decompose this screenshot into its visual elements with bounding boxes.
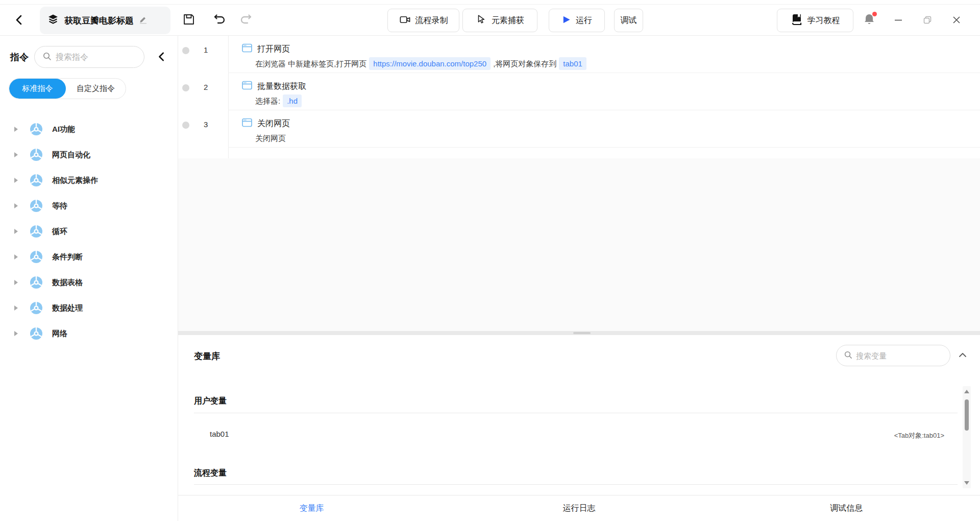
debug-label: 调试 (621, 15, 637, 26)
caret-right-icon[interactable] (14, 203, 18, 208)
caret-right-icon[interactable] (14, 305, 18, 311)
tab-variable-library[interactable]: 变量库 (178, 495, 446, 521)
tree-item-similar-elements[interactable]: 相似元素操作 (0, 168, 178, 193)
breakpoint-dot[interactable] (182, 122, 189, 129)
step-number: 2 (204, 83, 208, 91)
panel-collapse-button[interactable] (957, 349, 969, 362)
debug-button[interactable]: 调试 (614, 9, 643, 32)
chevron-up-icon (958, 350, 968, 362)
variable-search-input[interactable] (856, 351, 933, 360)
undo-button[interactable] (211, 11, 228, 28)
tab-debug-info[interactable]: 调试信息 (713, 495, 980, 521)
step-row-close-webpage[interactable]: 3 关闭网页 关闭网页 (178, 110, 980, 148)
breakpoint-dot[interactable] (182, 47, 189, 54)
category-icon (30, 327, 43, 340)
edit-pencil-icon[interactable] (139, 15, 148, 26)
caret-right-icon[interactable] (14, 254, 18, 259)
close-icon (952, 15, 961, 26)
category-icon (30, 250, 43, 264)
layers-icon (47, 13, 59, 28)
variables-scrollbar[interactable] (963, 386, 971, 488)
scrollbar-thumb[interactable] (965, 399, 969, 431)
tree-item-data-table[interactable]: 数据表格 (0, 270, 178, 295)
instruction-sidebar: 指令 标准指令 自定义指令 AI功能 网页自动 (0, 36, 178, 521)
flow-canvas: 1 打开网页 在浏览器 中新建标签页,打开网页https://movie.dou… (178, 36, 980, 521)
category-icon (30, 174, 43, 187)
caret-right-icon[interactable] (14, 229, 18, 234)
instruction-search-box[interactable] (34, 46, 144, 68)
flow-record-button[interactable]: 流程录制 (387, 9, 459, 32)
app-window: 获取豆瓣电影标题 流程录制 (0, 0, 980, 521)
step-row-open-webpage[interactable]: 1 打开网页 在浏览器 中新建标签页,打开网页https://movie.dou… (178, 36, 980, 73)
variable-chip[interactable]: tab01 (559, 57, 586, 70)
category-icon (30, 276, 43, 289)
url-chip[interactable]: https://movie.douban.com/top250 (369, 57, 491, 70)
tree-item-wait[interactable]: 等待 (0, 193, 178, 219)
element-capture-button[interactable]: 元素捕获 (462, 9, 537, 32)
tree-item-condition[interactable]: 条件判断 (0, 244, 178, 270)
play-icon (561, 15, 571, 27)
step-row-batch-data[interactable]: 2 批量数据获取 选择器:.hd (178, 73, 980, 110)
variable-search-box[interactable] (836, 345, 950, 366)
restore-icon (923, 15, 932, 26)
panel-splitter[interactable] (178, 331, 980, 335)
caret-right-icon[interactable] (14, 331, 18, 336)
tree-item-ai[interactable]: AI功能 (0, 116, 178, 142)
flow-title-pill[interactable]: 获取豆瓣电影标题 (40, 7, 170, 34)
category-icon (30, 225, 43, 238)
book-icon (791, 13, 803, 28)
tab-custom-instructions[interactable]: 自定义指令 (66, 79, 126, 99)
step-number: 3 (204, 120, 208, 129)
bottom-tab-bar: 变量库 运行日志 调试信息 (178, 495, 980, 521)
browser-window-icon (241, 117, 253, 130)
instruction-tree: AI功能 网页自动化 相似元素操作 等待 循环 (0, 116, 178, 346)
notification-bell-button[interactable] (861, 11, 878, 29)
scroll-up-icon[interactable] (964, 390, 969, 393)
section-divider (194, 484, 958, 485)
restore-button[interactable] (919, 12, 936, 29)
search-icon (42, 52, 52, 63)
topbar: 获取豆瓣电影标题 流程录制 (0, 0, 980, 36)
tree-item-data-processing[interactable]: 数据处理 (0, 295, 178, 321)
chevron-left-icon (14, 14, 25, 27)
variable-name[interactable]: tab01 (210, 430, 229, 438)
tab-run-log[interactable]: 运行日志 (446, 495, 713, 521)
variable-value: <Tab对象:tab01> (894, 431, 944, 440)
caret-right-icon[interactable] (14, 152, 18, 157)
caret-right-icon[interactable] (14, 280, 18, 285)
tutorial-button[interactable]: 学习教程 (777, 9, 853, 32)
minimize-button[interactable] (890, 12, 906, 29)
sidebar-collapse-button[interactable] (155, 51, 168, 64)
save-button[interactable] (180, 11, 198, 29)
category-icon (30, 123, 43, 136)
selector-chip[interactable]: .hd (283, 94, 302, 107)
run-label: 运行 (576, 15, 592, 26)
browser-window-icon (241, 80, 253, 93)
step-description: 关闭网页 (255, 132, 980, 145)
tab-standard-instructions[interactable]: 标准指令 (9, 79, 66, 99)
back-button[interactable] (11, 12, 28, 29)
undo-icon (212, 12, 227, 28)
redo-button[interactable] (237, 11, 255, 28)
step-title: 打开网页 (257, 44, 290, 55)
tree-item-loop[interactable]: 循环 (0, 219, 178, 244)
caret-right-icon[interactable] (14, 127, 18, 132)
scroll-down-icon[interactable] (964, 481, 969, 485)
step-title: 关闭网页 (257, 119, 290, 129)
caret-right-icon[interactable] (14, 178, 18, 183)
close-button[interactable] (948, 12, 965, 29)
category-icon (30, 301, 43, 315)
tree-item-network[interactable]: 网络 (0, 321, 178, 346)
tree-item-web-automation[interactable]: 网页自动化 (0, 142, 178, 168)
redo-icon (239, 12, 253, 28)
flow-variables-heading: 流程变量 (194, 468, 227, 479)
category-icon (30, 148, 43, 161)
video-camera-icon (399, 14, 411, 28)
search-icon (844, 350, 852, 361)
instruction-search-input[interactable] (56, 53, 132, 62)
run-button[interactable]: 运行 (549, 9, 605, 32)
splitter-handle-icon[interactable] (573, 332, 591, 334)
breakpoint-dot[interactable] (182, 84, 189, 91)
step-title: 批量数据获取 (257, 81, 306, 92)
variables-panel: 变量库 用户变量 tab01 <Tab对象:tab01> 流程变量 (178, 335, 980, 495)
